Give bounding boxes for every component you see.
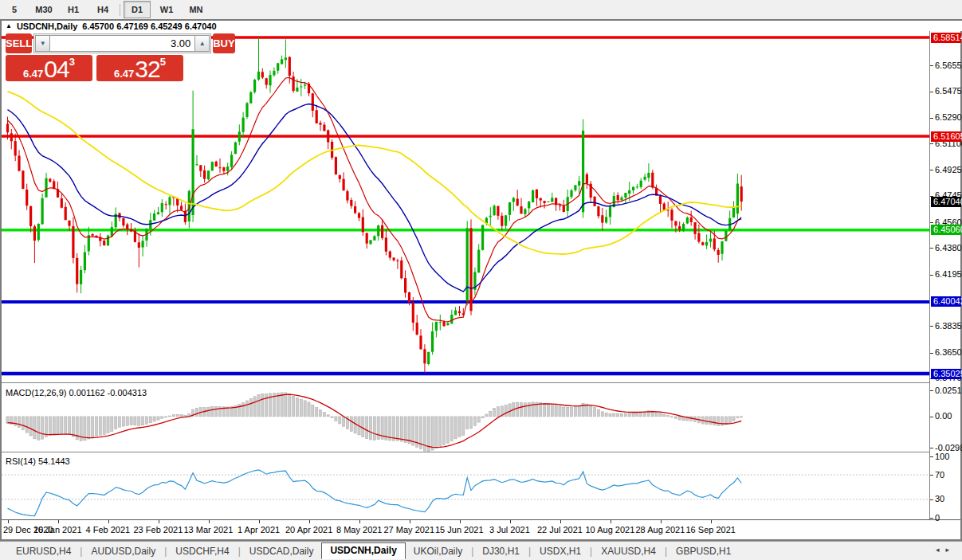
rsi-label: RSI(14) 54.1443 (6, 456, 70, 466)
axis-tick (930, 65, 933, 66)
date-axis-label: 28 Aug 2021 (636, 525, 685, 535)
axis-tick (930, 475, 933, 476)
volume-input[interactable] (50, 35, 194, 52)
date-tick (309, 520, 310, 523)
price-axis-label: 0.00 (935, 411, 952, 421)
date-axis-label: 3 Jul 2021 (489, 525, 530, 535)
mt4-terminal: { "toolbar": { "timeframes": [ {"label":… (0, 0, 962, 560)
price-axis-label: 6.49250 (935, 165, 962, 175)
bid-price-main: 04 (44, 57, 69, 80)
chart-tab-usdcad[interactable]: USDCAD,Daily (241, 542, 322, 559)
date-axis-label: 20 Apr 2021 (285, 525, 332, 535)
chart-tab-usdx[interactable]: USDX,H1 (532, 542, 589, 559)
date-axis-label: 16 Sep 2021 (686, 525, 736, 535)
date-tick (410, 520, 410, 523)
price-axis-label: 6.56550 (935, 61, 962, 71)
date-axis-label: 23 Feb 2021 (134, 525, 183, 535)
axis-tick (930, 170, 933, 170)
date-tick (8, 520, 9, 523)
date-axis: 29 Dec 202016 Jan 20214 Feb 202123 Feb 2… (2, 520, 929, 539)
chart-tab-dj30[interactable]: DJ30,H1 (474, 542, 528, 559)
axis-tick (930, 143, 933, 144)
date-tick (560, 520, 561, 523)
axis-tick (930, 326, 933, 327)
timeframe-button-h4[interactable]: H4 (89, 1, 116, 18)
timeframe-button-h1[interactable]: H1 (60, 1, 87, 18)
chart-titlebar: ▲ USDCNH,Daily 6.45700 6.47169 6.45249 6… (2, 21, 962, 31)
buy-button[interactable]: BUY (213, 33, 234, 53)
chart-window: ▲ USDCNH,Daily 6.45700 6.47169 6.45249 6… (0, 19, 962, 541)
timeframe-button-m30[interactable]: M30 (30, 1, 57, 18)
date-axis-label: 13 Mar 2021 (184, 525, 234, 535)
chart-tab-xauusd[interactable]: XAUUSD,H4 (593, 542, 664, 559)
axis-tick (930, 390, 933, 391)
date-axis-label: 8 May 2021 (336, 525, 382, 535)
price-axis-label: 6.52900 (935, 112, 962, 123)
toolbar-separator (120, 4, 120, 16)
bid-price-prefix: 6.47 (23, 67, 43, 80)
timeframe-button-d1[interactable]: D1 (124, 1, 151, 18)
axis-tick (930, 118, 933, 119)
pane-divider[interactable] (2, 452, 960, 452)
axis-tick (930, 275, 933, 276)
volume-increase-button[interactable]: ▲ (194, 35, 210, 52)
axis-tick (930, 417, 933, 417)
rsi-indicator-pane[interactable] (2, 455, 929, 519)
date-axis-label: 10 Aug 2021 (586, 525, 635, 535)
date-axis-label: 16 Jan 2021 (33, 525, 82, 535)
date-tick (661, 520, 662, 523)
price-axis-label: 6.43800 (935, 243, 962, 253)
date-tick (711, 520, 712, 523)
price-axis-label: 0.025108 (935, 386, 962, 396)
bid-price-button[interactable]: 6.47 04 3 (6, 55, 92, 81)
timeframe-button-mn[interactable]: MN (183, 1, 210, 18)
timeframe-button-w1[interactable]: W1 (153, 1, 180, 18)
ask-price-button[interactable]: 6.47 32 5 (96, 55, 183, 81)
price-axis-label: 70 (935, 470, 944, 480)
volume-decrease-button[interactable]: ▼ (35, 35, 50, 52)
bid-price-pip: 3 (69, 56, 75, 68)
date-tick (259, 520, 260, 523)
ask-price-main: 32 (135, 57, 159, 80)
axis-tick (930, 518, 933, 519)
price-level-badge: 6.45060 (931, 225, 961, 235)
chart-title: USDCNH,Daily (17, 22, 77, 31)
axis-tick (930, 456, 933, 457)
price-axis-label: 0 (935, 513, 940, 523)
tab-scroll-arrows[interactable]: ◂▸ (936, 546, 956, 554)
collapse-icon[interactable]: ▲ (6, 23, 12, 29)
chart-tab-audusd[interactable]: AUDUSD,Daily (83, 542, 163, 559)
date-tick (108, 520, 109, 523)
chart-tab-eurusd[interactable]: EURUSD,H4 (8, 542, 79, 559)
axis-tick (930, 499, 933, 500)
date-tick (359, 520, 360, 523)
price-axis-label: 100 (935, 452, 949, 462)
chart-tab-gbpusd[interactable]: GBPUSD,H1 (668, 542, 739, 559)
ask-price-pip: 5 (160, 56, 166, 68)
chart-tab-usdchf[interactable]: USDCHF,H4 (167, 542, 237, 559)
main-price-chart[interactable] (2, 31, 929, 382)
date-axis-label: 1 Apr 2021 (238, 525, 280, 535)
price-level-badge: 6.51605 (931, 131, 961, 142)
date-axis-label: 27 May 2021 (384, 525, 435, 535)
sell-button[interactable]: SELL (6, 33, 32, 53)
price-axis-label: 6.38350 (935, 321, 962, 331)
price-axis-label: 6.36500 (935, 347, 962, 358)
date-axis-label: 15 Jun 2021 (435, 525, 484, 535)
timeframe-button-5[interactable]: 5 (1, 1, 28, 18)
price-axis-label: 6.54750 (935, 86, 962, 96)
chart-tab-ukoil[interactable]: UKOil,Daily (406, 542, 470, 559)
timeframe-toolbar: 5M30H1H4D1W1MN (0, 0, 962, 19)
price-axis-label: 30 (935, 494, 944, 504)
date-tick (510, 520, 511, 523)
chart-tab-usdcnh[interactable]: USDCNH,Daily (321, 542, 405, 559)
date-axis-label: 4 Feb 2021 (86, 525, 131, 535)
date-tick (460, 520, 461, 523)
axis-tick (930, 222, 933, 223)
axis-tick (930, 448, 933, 448)
price-level-badge: 6.40042 (931, 296, 961, 307)
price-axis-label: 6.41950 (935, 269, 962, 280)
price-axis: 6.565506.547506.529006.511006.492506.474… (929, 31, 960, 519)
pane-divider[interactable] (2, 382, 960, 383)
chart-ohlc-values: 6.45700 6.47169 6.45249 6.47040 (82, 22, 216, 31)
